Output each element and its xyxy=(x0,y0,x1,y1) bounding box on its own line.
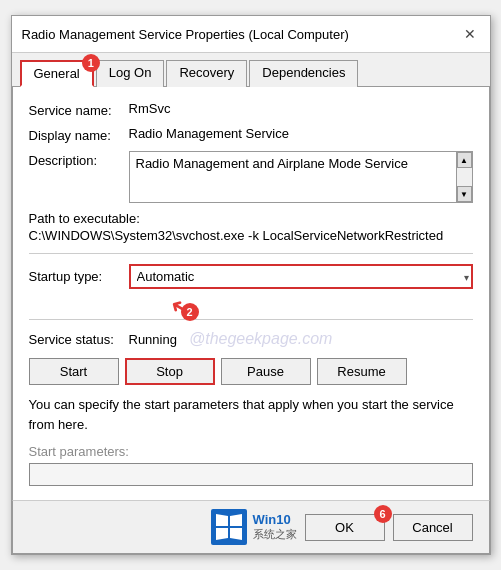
description-text: Radio Management and Airplane Mode Servi… xyxy=(136,156,466,171)
hint-text: You can specify the start parameters tha… xyxy=(29,395,473,434)
ok-label: OK xyxy=(335,520,354,535)
service-status-label: Service status: xyxy=(29,332,129,347)
ok-badge: 6 xyxy=(374,505,392,523)
dialog-footer: Win10 系统之家 OK 6 Cancel xyxy=(12,500,490,554)
win10-sublabel: 系统之家 xyxy=(253,527,297,542)
tab-logon-label: Log On xyxy=(109,65,152,80)
close-button[interactable]: ✕ xyxy=(460,24,480,44)
win10-label: Win10 xyxy=(253,512,297,527)
tab-content: Service name: RmSvc Display name: Radio … xyxy=(12,87,490,500)
svg-marker-1 xyxy=(216,514,228,526)
tab-bar: General 1 Log On Recovery Dependencies xyxy=(12,53,490,87)
win10-branding: Win10 系统之家 xyxy=(211,509,297,545)
tab-recovery-label: Recovery xyxy=(179,65,234,80)
service-name-value: RmSvc xyxy=(129,101,171,116)
tab-dependencies[interactable]: Dependencies xyxy=(249,60,358,87)
arrow-badge: 2 xyxy=(181,303,199,321)
win10-icon xyxy=(211,509,247,545)
cancel-button[interactable]: Cancel xyxy=(393,514,473,541)
description-row: Description: Radio Management and Airpla… xyxy=(29,151,473,203)
pause-button[interactable]: Pause xyxy=(221,358,311,385)
tab-general-badge: 1 xyxy=(82,54,100,72)
startup-select[interactable]: Automatic Manual Disabled xyxy=(129,264,473,289)
startup-select-wrapper: Automatic Manual Disabled ▾ xyxy=(129,264,473,289)
ok-button[interactable]: OK 6 xyxy=(305,514,385,541)
svg-marker-4 xyxy=(230,528,242,540)
description-label: Description: xyxy=(29,151,129,168)
start-params-label: Start parameters: xyxy=(29,444,473,459)
description-box: Radio Management and Airplane Mode Servi… xyxy=(129,151,473,203)
description-wrapper: Radio Management and Airplane Mode Servi… xyxy=(129,151,473,203)
tab-dependencies-label: Dependencies xyxy=(262,65,345,80)
service-name-row: Service name: RmSvc xyxy=(29,101,473,118)
path-value: C:\WINDOWS\System32\svchost.exe -k Local… xyxy=(29,228,473,243)
title-bar: Radio Management Service Properties (Loc… xyxy=(12,16,490,53)
tab-logon[interactable]: Log On xyxy=(96,60,165,87)
win10-text-block: Win10 系统之家 xyxy=(253,512,297,542)
display-name-row: Display name: Radio Management Service xyxy=(29,126,473,143)
startup-row: Startup type: Automatic Manual Disabled … xyxy=(29,264,473,289)
tab-general[interactable]: General 1 xyxy=(20,60,94,87)
tab-general-label: General xyxy=(34,66,80,81)
display-name-value: Radio Management Service xyxy=(129,126,289,141)
service-name-label: Service name: xyxy=(29,101,129,118)
path-label: Path to executable: xyxy=(29,211,473,226)
svg-marker-2 xyxy=(230,514,242,526)
stop-button[interactable]: Stop xyxy=(125,358,215,385)
service-status-row: Service status: Running @thegeekpage.com xyxy=(29,330,473,348)
start-params-input[interactable] xyxy=(29,463,473,486)
watermark-text: @thegeekpage.com xyxy=(189,330,332,348)
startup-label: Startup type: xyxy=(29,269,129,284)
tab-recovery[interactable]: Recovery xyxy=(166,60,247,87)
path-section: Path to executable: C:\WINDOWS\System32\… xyxy=(29,211,473,243)
description-scrollbar[interactable]: ▲ ▼ xyxy=(456,152,472,202)
divider-1 xyxy=(29,253,473,254)
service-control-buttons: Start Stop Pause Resume xyxy=(29,358,473,385)
footer-left: Win10 系统之家 xyxy=(29,509,297,545)
arrow-annotation: ➜ 2 xyxy=(171,297,189,319)
divider-2 xyxy=(29,319,473,320)
dialog-title: Radio Management Service Properties (Loc… xyxy=(22,27,349,42)
service-status-value: Running xyxy=(129,332,177,347)
resume-button[interactable]: Resume xyxy=(317,358,407,385)
cancel-label: Cancel xyxy=(412,520,452,535)
display-name-label: Display name: xyxy=(29,126,129,143)
scroll-up-btn[interactable]: ▲ xyxy=(457,152,472,168)
svg-marker-3 xyxy=(216,528,228,540)
dialog-window: Radio Management Service Properties (Loc… xyxy=(11,15,491,555)
start-button[interactable]: Start xyxy=(29,358,119,385)
scroll-down-btn[interactable]: ▼ xyxy=(457,186,472,202)
